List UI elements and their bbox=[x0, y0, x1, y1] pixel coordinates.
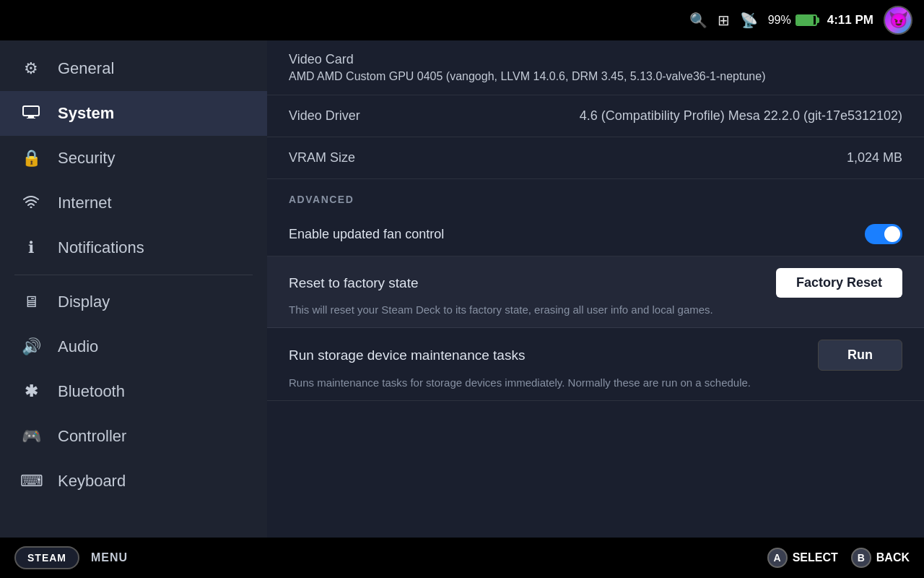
storage-icon: ⊞ bbox=[718, 12, 730, 29]
toggle-knob bbox=[884, 226, 900, 242]
battery-icon bbox=[796, 14, 817, 26]
factory-reset-description: This will reset your Steam Deck to its f… bbox=[289, 303, 902, 316]
monitor-icon bbox=[20, 104, 42, 123]
sidebar: ⚙ General System 🔒 Security Internet ℹ bbox=[0, 40, 267, 538]
video-card-value: AMD AMD Custom GPU 0405 (vangogh, LLVM 1… bbox=[289, 70, 902, 83]
sidebar-item-label: Audio bbox=[58, 337, 98, 356]
select-hint-label: SELECT bbox=[793, 551, 838, 564]
vram-label: VRAM Size bbox=[289, 150, 355, 165]
audio-icon: 🔊 bbox=[20, 337, 42, 356]
keyboard-icon: ⌨ bbox=[20, 472, 42, 491]
svg-rect-0 bbox=[23, 106, 39, 116]
storage-maintenance-description: Runs maintenance tasks for storage devic… bbox=[289, 376, 902, 389]
sidebar-item-security[interactable]: 🔒 Security bbox=[0, 136, 267, 181]
avatar[interactable]: 😈 bbox=[884, 6, 912, 35]
bluetooth-icon: ✱ bbox=[20, 382, 42, 401]
video-card-label: Video Card bbox=[289, 52, 902, 67]
vram-row: VRAM Size 1,024 MB bbox=[267, 137, 924, 179]
factory-reset-button[interactable]: Factory Reset bbox=[776, 268, 902, 298]
sidebar-item-label: Controller bbox=[58, 427, 126, 446]
svg-rect-2 bbox=[27, 118, 35, 118]
storage-maintenance-title: Run storage device maintenance tasks bbox=[289, 348, 525, 363]
sidebar-item-display[interactable]: 🖥 Display bbox=[0, 280, 267, 324]
svg-point-3 bbox=[30, 207, 32, 209]
sidebar-item-label: Display bbox=[58, 293, 110, 311]
storage-maintenance-row: Run storage device maintenance tasks Run… bbox=[267, 328, 924, 401]
sidebar-item-notifications[interactable]: ℹ Notifications bbox=[0, 225, 267, 270]
sidebar-item-bluetooth[interactable]: ✱ Bluetooth bbox=[0, 369, 267, 414]
sidebar-item-keyboard[interactable]: ⌨ Keyboard bbox=[0, 459, 267, 504]
svg-rect-1 bbox=[28, 116, 34, 118]
sidebar-item-audio[interactable]: 🔊 Audio bbox=[0, 324, 267, 369]
lock-icon: 🔒 bbox=[20, 149, 42, 168]
vram-value: 1,024 MB bbox=[847, 150, 902, 165]
hardware-info-section: Video Card AMD AMD Custom GPU 0405 (vang… bbox=[267, 40, 924, 401]
video-card-row: Video Card AMD AMD Custom GPU 0405 (vang… bbox=[267, 40, 924, 95]
sidebar-item-label: Bluetooth bbox=[58, 382, 125, 401]
battery-area: 99% bbox=[768, 14, 817, 27]
video-driver-label: Video Driver bbox=[289, 108, 360, 124]
advanced-section-header: ADVANCED bbox=[267, 179, 924, 212]
storage-maintenance-top: Run storage device maintenance tasks Run bbox=[289, 340, 902, 371]
sidebar-item-general[interactable]: ⚙ General bbox=[0, 46, 267, 91]
sidebar-divider bbox=[14, 275, 253, 275]
bottom-bar-hints: A SELECT B BACK bbox=[767, 548, 910, 568]
sidebar-item-label: General bbox=[58, 59, 114, 78]
broadcast-icon: 📡 bbox=[740, 12, 758, 29]
select-hint: A SELECT bbox=[767, 548, 838, 568]
controller-icon: 🎮 bbox=[20, 427, 42, 446]
factory-reset-top: Reset to factory state Factory Reset bbox=[289, 268, 902, 298]
back-hint-label: BACK bbox=[876, 551, 910, 564]
clock: 4:11 PM bbox=[827, 13, 873, 27]
sidebar-item-label: Security bbox=[58, 149, 115, 168]
info-icon: ℹ bbox=[20, 238, 42, 257]
battery-percent: 99% bbox=[768, 14, 791, 27]
a-button-circle: A bbox=[767, 548, 788, 568]
wifi-icon bbox=[20, 194, 42, 212]
top-bar: 🔍 ⊞ 📡 99% 4:11 PM 😈 bbox=[0, 0, 924, 40]
gear-icon: ⚙ bbox=[20, 59, 42, 78]
sidebar-item-internet[interactable]: Internet bbox=[0, 181, 267, 225]
search-icon[interactable]: 🔍 bbox=[689, 12, 707, 29]
status-icons: 🔍 ⊞ 📡 99% 4:11 PM 😈 bbox=[689, 6, 912, 35]
menu-label: MENU bbox=[91, 551, 128, 564]
display-icon: 🖥 bbox=[20, 293, 42, 311]
fan-control-toggle[interactable] bbox=[865, 224, 902, 244]
factory-reset-title: Reset to factory state bbox=[289, 275, 419, 291]
back-hint: B BACK bbox=[851, 548, 910, 568]
sidebar-item-label: Internet bbox=[58, 194, 112, 212]
sidebar-item-controller[interactable]: 🎮 Controller bbox=[0, 414, 267, 459]
main-content: Video Card AMD AMD Custom GPU 0405 (vang… bbox=[267, 40, 924, 538]
b-button-circle: B bbox=[851, 548, 871, 568]
bottom-bar: STEAM MENU A SELECT B BACK bbox=[0, 538, 924, 578]
sidebar-item-label: System bbox=[58, 104, 114, 123]
video-driver-value: 4.6 (Compatibility Profile) Mesa 22.2.0 … bbox=[580, 108, 902, 124]
sidebar-item-label: Keyboard bbox=[58, 472, 126, 491]
fan-control-label: Enable updated fan control bbox=[289, 227, 444, 242]
sidebar-item-label: Notifications bbox=[58, 238, 144, 257]
fan-control-row: Enable updated fan control bbox=[267, 212, 924, 256]
factory-reset-row: Reset to factory state Factory Reset Thi… bbox=[267, 256, 924, 328]
steam-button[interactable]: STEAM bbox=[14, 546, 79, 569]
run-maintenance-button[interactable]: Run bbox=[818, 340, 902, 371]
video-driver-row: Video Driver 4.6 (Compatibility Profile)… bbox=[267, 95, 924, 137]
sidebar-item-system[interactable]: System bbox=[0, 91, 267, 136]
